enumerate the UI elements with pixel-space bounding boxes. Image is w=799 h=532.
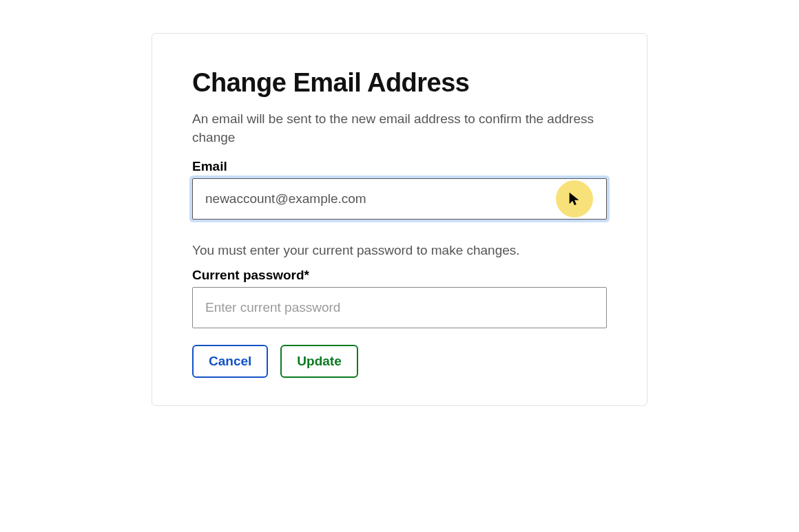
current-password-input[interactable] [192, 287, 607, 328]
password-note: You must enter your current password to … [192, 243, 607, 258]
email-input[interactable] [192, 178, 607, 220]
description-text: An email will be sent to the new email a… [192, 110, 607, 147]
password-field-group [192, 287, 607, 328]
email-field-group [192, 178, 607, 220]
button-row: Cancel Update [192, 345, 607, 378]
cancel-button[interactable]: Cancel [192, 345, 268, 378]
update-button[interactable]: Update [280, 345, 357, 378]
password-label: Current password* [192, 268, 607, 283]
change-email-card: Change Email Address An email will be se… [152, 33, 647, 406]
page-title: Change Email Address [192, 68, 607, 98]
email-label: Email [192, 159, 607, 174]
